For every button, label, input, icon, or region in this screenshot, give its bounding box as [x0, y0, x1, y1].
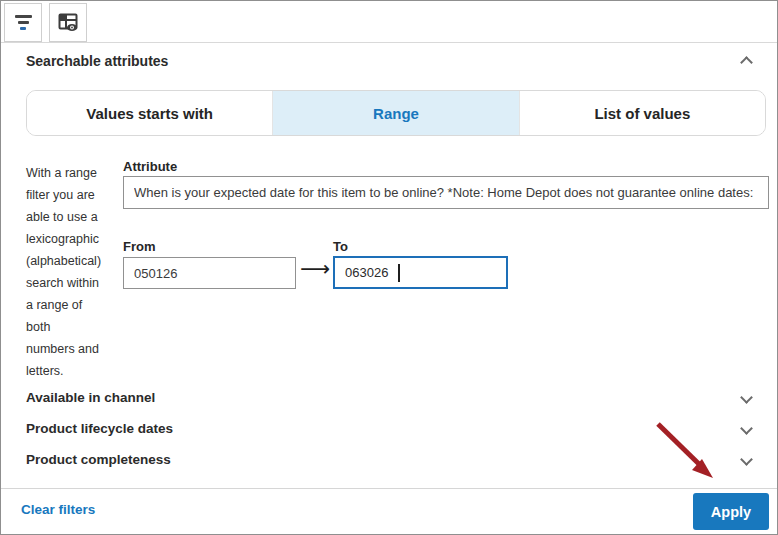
to-input[interactable] — [333, 256, 508, 289]
from-input[interactable] — [123, 257, 296, 289]
text-cursor — [398, 264, 400, 282]
to-label: To — [333, 239, 348, 254]
attribute-label: Attribute — [123, 159, 177, 174]
table-eye-icon — [58, 13, 78, 32]
filter-toggle-button[interactable] — [4, 3, 42, 42]
search-mode-tabs: Values starts with Range List of values — [26, 90, 766, 136]
tab-range[interactable]: Range — [272, 91, 518, 135]
from-label: From — [123, 239, 156, 254]
tab-values-starts-with[interactable]: Values starts with — [27, 91, 272, 135]
section-title: Searchable attributes — [26, 53, 168, 69]
section-label: Product completeness — [26, 452, 171, 467]
section-searchable-attributes[interactable]: Searchable attributes — [26, 50, 757, 72]
filter-panel: Searchable attributes Values starts with… — [0, 0, 778, 535]
section-label: Product lifecycle dates — [26, 421, 173, 436]
section-product-completeness[interactable]: Product completeness — [26, 444, 757, 475]
section-label: Available in channel — [26, 390, 155, 405]
chevron-down-icon[interactable] — [740, 391, 753, 404]
section-product-lifecycle-dates[interactable]: Product lifecycle dates — [26, 413, 757, 444]
section-available-in-channel[interactable]: Available in channel — [26, 382, 757, 413]
attribute-input[interactable] — [123, 176, 769, 209]
clear-filters-link[interactable]: Clear filters — [21, 502, 95, 517]
range-hint-text: With a range filter you are able to use … — [26, 162, 120, 382]
chevron-up-icon[interactable] — [740, 56, 753, 69]
apply-button[interactable]: Apply — [693, 493, 769, 530]
footer-divider — [1, 488, 777, 489]
chevron-down-icon[interactable] — [740, 422, 753, 435]
tab-list-of-values[interactable]: List of values — [519, 91, 765, 135]
column-options-button[interactable] — [49, 3, 87, 42]
toolbar-divider — [1, 42, 777, 43]
filter-lines-icon — [15, 15, 32, 30]
chevron-down-icon[interactable] — [740, 453, 753, 466]
arrow-right-icon: ⟶ — [300, 257, 330, 281]
